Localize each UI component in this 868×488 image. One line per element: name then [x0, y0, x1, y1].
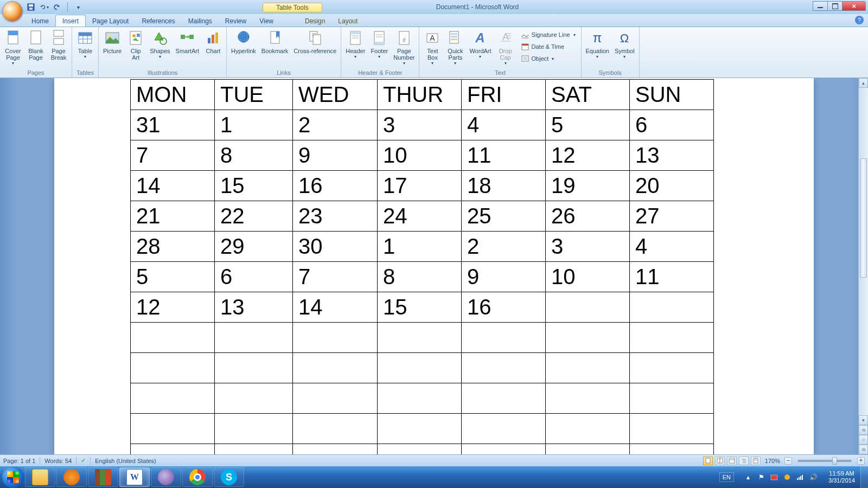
save-icon[interactable] [26, 2, 36, 12]
calendar-cell[interactable] [293, 323, 378, 353]
calendar-cell[interactable] [293, 383, 378, 414]
calendar-cell[interactable]: 28 [131, 232, 215, 262]
calendar-cell[interactable]: 14 [131, 171, 215, 201]
page-break-button[interactable]: PageBreak [48, 28, 69, 62]
calendar-cell[interactable]: 19 [546, 171, 630, 201]
calendar-cell[interactable]: 16 [462, 292, 546, 323]
scroll-up-button[interactable]: ▴ [859, 78, 868, 88]
print-layout-view-button[interactable] [703, 457, 713, 465]
tray-network-icon[interactable] [796, 473, 805, 481]
status-words[interactable]: Words: 54 [44, 458, 72, 464]
calendar-cell[interactable]: 13 [215, 292, 293, 323]
calendar-cell[interactable]: 3 [378, 110, 462, 140]
cover-page-button[interactable]: CoverPage▾ [2, 28, 24, 67]
calendar-cell[interactable] [131, 383, 215, 414]
calendar-cell[interactable]: 26 [546, 201, 630, 232]
tab-review[interactable]: Review [219, 15, 253, 27]
signature-line-button[interactable]: Signature Line▾ [520, 29, 577, 40]
calendar-cell[interactable]: 17 [378, 171, 462, 201]
calendar-cell[interactable]: 13 [630, 140, 714, 171]
browse-object-button[interactable]: ○ [859, 435, 868, 445]
header-button[interactable]: Header▾ [343, 28, 367, 60]
outline-view-button[interactable] [739, 457, 749, 465]
maximize-button[interactable] [827, 1, 843, 11]
page-number-button[interactable]: #PageNumber▾ [391, 28, 417, 67]
dropcap-button[interactable]: ADropCap▾ [495, 28, 516, 67]
calendar-cell[interactable] [630, 353, 714, 383]
equation-button[interactable]: πEquation▾ [584, 28, 611, 60]
calendar-cell[interactable]: 4 [462, 110, 546, 140]
calendar-cell[interactable]: 16 [293, 171, 378, 201]
footer-button[interactable]: Footer▾ [368, 28, 390, 60]
taskbar-media-player[interactable] [56, 467, 87, 487]
calendar-cell[interactable] [462, 444, 546, 455]
calendar-cell[interactable]: 14 [293, 292, 378, 323]
calendar-cell[interactable]: 8 [215, 140, 293, 171]
calendar-cell[interactable]: 1 [215, 110, 293, 140]
calendar-cell[interactable]: 5 [131, 262, 215, 292]
quickparts-button[interactable]: QuickParts▾ [444, 28, 466, 67]
system-clock[interactable]: 11:59 AM3/31/2014 [823, 470, 860, 484]
crossref-button[interactable]: Cross-reference [291, 28, 339, 55]
calendar-header-cell[interactable]: SUN [630, 80, 714, 110]
calendar-cell[interactable]: 12 [546, 140, 630, 171]
taskbar-word[interactable]: W [119, 467, 150, 487]
calendar-cell[interactable]: 1 [378, 232, 462, 262]
vertical-scrollbar[interactable]: ▴ ▾ ≏ ○ ≏ [858, 78, 868, 454]
calendar-cell[interactable] [293, 353, 378, 383]
calendar-header-cell[interactable]: FRI [462, 80, 546, 110]
calendar-cell[interactable]: 15 [215, 171, 293, 201]
calendar-cell[interactable] [215, 383, 293, 414]
calendar-cell[interactable]: 3 [546, 232, 630, 262]
calendar-cell[interactable]: 31 [131, 110, 215, 140]
calendar-cell[interactable]: 2 [293, 110, 378, 140]
calendar-cell[interactable]: 18 [462, 171, 546, 201]
taskbar-app-books[interactable] [88, 467, 118, 487]
blank-page-button[interactable]: BlankPage [25, 28, 47, 62]
tab-view[interactable]: View [253, 15, 280, 27]
chart-button[interactable]: Chart [202, 28, 224, 55]
calendar-cell[interactable] [546, 383, 630, 414]
scroll-down-button[interactable]: ▾ [859, 415, 868, 425]
calendar-cell[interactable] [293, 444, 378, 455]
calendar-cell[interactable] [131, 414, 215, 444]
calendar-cell[interactable]: 30 [293, 232, 378, 262]
calendar-cell[interactable] [546, 444, 630, 455]
calendar-cell[interactable]: 2 [462, 232, 546, 262]
calendar-cell[interactable]: 20 [630, 171, 714, 201]
taskbar-skype[interactable]: S [214, 467, 244, 487]
table-button[interactable]: Table▾ [74, 28, 96, 60]
language-indicator[interactable]: EN [719, 472, 734, 482]
calendar-cell[interactable]: 5 [546, 110, 630, 140]
zoom-in-button[interactable]: + [857, 457, 865, 465]
spell-check-icon[interactable]: ✓ [81, 457, 86, 464]
shapes-button[interactable]: Shapes▾ [148, 28, 172, 60]
tray-show-hidden-icon[interactable]: ▴ [744, 473, 752, 481]
calendar-cell[interactable]: 29 [215, 232, 293, 262]
calendar-cell[interactable]: 23 [293, 201, 378, 232]
scroll-thumb[interactable] [860, 158, 867, 278]
status-language[interactable]: English (United States) [95, 458, 156, 464]
redo-icon[interactable] [52, 2, 62, 12]
show-desktop-button[interactable] [860, 466, 868, 488]
tray-app1-icon[interactable] [770, 473, 778, 481]
tray-volume-icon[interactable]: 🔊 [809, 473, 818, 481]
calendar-cell[interactable] [378, 444, 462, 455]
wordart-button[interactable]: AWordArt▾ [467, 28, 493, 60]
calendar-table[interactable]: MONTUEWEDTHURFRISATSUN311234567891011121… [130, 79, 714, 454]
calendar-header-cell[interactable]: WED [293, 80, 378, 110]
calendar-header-cell[interactable]: SAT [546, 80, 630, 110]
start-button[interactable] [2, 466, 24, 488]
calendar-cell[interactable]: 15 [378, 292, 462, 323]
calendar-cell[interactable] [131, 323, 215, 353]
calendar-cell[interactable]: 21 [131, 201, 215, 232]
smartart-button[interactable]: SmartArt [174, 28, 201, 55]
calendar-cell[interactable] [215, 414, 293, 444]
qat-customize-icon[interactable]: ▾ [73, 2, 83, 12]
calendar-cell[interactable] [215, 444, 293, 455]
tray-app2-icon[interactable] [783, 473, 792, 481]
calendar-cell[interactable]: 9 [462, 262, 546, 292]
calendar-header-cell[interactable]: THUR [378, 80, 462, 110]
zoom-slider-thumb[interactable] [832, 457, 837, 465]
calendar-cell[interactable] [630, 383, 714, 414]
